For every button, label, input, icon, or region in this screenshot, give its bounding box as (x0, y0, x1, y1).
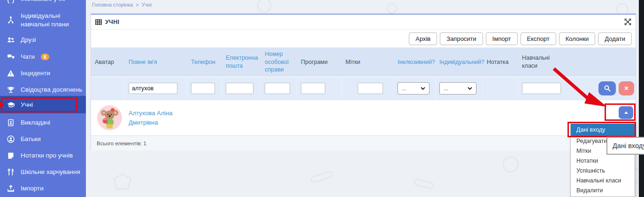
col-classes: Навчальні класи (518, 47, 569, 77)
menu-item-notes[interactable]: Нотатки (571, 156, 635, 166)
panel-title: УЧНІ (105, 19, 119, 25)
columns-button[interactable]: Колонки (559, 32, 596, 45)
menu-item-performance[interactable]: Успішність (571, 166, 635, 176)
col-note: Нотатка (483, 47, 518, 77)
expand-panel-button[interactable] (624, 18, 631, 25)
col-tags: Мітки (342, 47, 394, 77)
menu-item-classes[interactable]: Навчальні класи (571, 176, 635, 186)
filter-email-input[interactable] (226, 83, 253, 94)
certificates-icon (6, 85, 15, 95)
sidebar-item-school-meals[interactable]: Шкільне харчування (0, 166, 86, 178)
sidebar-item-imports[interactable]: Імпорти (0, 183, 86, 194)
col-phone[interactable]: Телефон (187, 47, 222, 77)
breadcrumb-separator: > (136, 2, 138, 8)
sidebar-item-chats[interactable]: Чати 6 (0, 51, 86, 63)
filter-classes-input[interactable] (522, 83, 561, 94)
col-full-name[interactable]: Повне ім'я (125, 47, 187, 77)
table-header-row: Аватар Повне ім'я Телефон Електронна пош… (91, 47, 636, 77)
tooltip-login-data: Дані входу (606, 137, 644, 155)
invite-button[interactable]: Запросити (440, 32, 483, 45)
row-actions-menu: Дані входу Редагувати Мітки Нотатки Успі… (570, 123, 635, 197)
filter-full-name-input[interactable] (129, 83, 177, 94)
students-panel: УЧНІ Архів Запросити Імпорт Експорт Коло… (91, 14, 636, 150)
menu-item-login-data[interactable]: Дані входу (571, 124, 635, 136)
add-button[interactable]: Додати (598, 32, 632, 45)
sidebar-item-incidents[interactable]: Інциденти (0, 68, 86, 79)
table-grid-icon (95, 19, 102, 25)
breadcrumb-home-link[interactable]: Головна сторінка (92, 2, 133, 8)
search-icon (604, 85, 611, 92)
filter-individual-select[interactable]: ... (439, 82, 476, 95)
sidebar-item-inclusive-students[interactable]: Інклюзивні учні (0, 0, 86, 5)
sidebar-item-students[interactable]: Учні (0, 96, 86, 113)
students-icon (6, 100, 15, 110)
filter-inclusive-select[interactable]: ... (398, 82, 429, 95)
total-items-label: Всього елементів: 1 (97, 141, 146, 146)
chats-unread-badge: 6 (41, 54, 49, 60)
archive-button[interactable]: Архів (409, 32, 437, 45)
toolbar: Архів Запросити Імпорт Експорт Колонки Д… (91, 30, 636, 47)
col-individual[interactable]: Індивідуальний? (436, 47, 483, 77)
screen-edge-strip (639, 0, 644, 197)
col-email[interactable]: Електронна пошта (222, 47, 261, 77)
sidebar-item-individual-plans[interactable]: Індивідуальні навчальні плани (0, 9, 86, 31)
filter-phone-input[interactable] (191, 83, 215, 94)
filter-row: ... ... ✕ (91, 77, 636, 100)
student-avatar (97, 105, 122, 130)
imports-icon (6, 184, 15, 193)
student-row[interactable]: Алтухова Аліна Дмитрівна (91, 100, 636, 135)
menu-item-delete[interactable]: Видалити (571, 186, 635, 196)
col-actions (569, 47, 636, 77)
chats-icon (6, 52, 15, 62)
sidebar-item-student-notes[interactable]: Нотатки про учнів (0, 150, 86, 161)
sidebar-item-teachers[interactable]: Викладачі (0, 117, 86, 128)
chevron-down-icon (468, 87, 472, 90)
caret-up-icon (624, 111, 628, 114)
parents-icon (6, 134, 15, 144)
clear-filters-button[interactable]: ✕ (619, 81, 634, 95)
col-programs: Програми (297, 47, 342, 77)
panel-header: УЧНІ (91, 15, 636, 30)
filter-programs-input[interactable] (301, 83, 325, 94)
close-icon: ✕ (624, 85, 629, 92)
row-actions-toggle-button[interactable] (619, 106, 633, 119)
export-button[interactable]: Експорт (521, 32, 556, 45)
inclusive-students-icon (6, 0, 15, 4)
student-notes-icon (6, 151, 15, 160)
search-button[interactable] (598, 81, 616, 95)
breadcrumb: Головна сторінка > Учні (92, 2, 152, 8)
incidents-icon (6, 69, 15, 78)
import-button[interactable]: Імпорт (486, 32, 518, 45)
friends-icon (6, 35, 15, 45)
sidebar: Інклюзивні учні Індивідуальні навчальні … (0, 0, 86, 197)
table-footer: Всього елементів: 1 (91, 135, 636, 150)
school-meals-icon (6, 167, 15, 177)
teachers-icon (6, 118, 15, 127)
sidebar-item-certificates[interactable]: Свідоцтва досягнень (0, 84, 86, 95)
col-inclusive[interactable]: Інклюзивний? (394, 47, 436, 77)
filter-tags-input[interactable] (358, 83, 383, 94)
col-file-number[interactable]: Номер особової справи (261, 47, 297, 77)
student-name-link[interactable]: Алтухова Аліна Дмитрівна (129, 110, 173, 126)
col-avatar: Аватар (91, 47, 125, 77)
individual-plans-icon (6, 16, 15, 25)
breadcrumb-current: Учні (142, 2, 152, 8)
annotation-arrowhead-left (0, 102, 4, 108)
sidebar-item-friends[interactable]: Друзі (0, 34, 86, 46)
filter-file-number-input[interactable] (265, 83, 290, 94)
chevron-down-icon (421, 87, 425, 90)
sidebar-item-parents[interactable]: Батьки (0, 134, 86, 145)
